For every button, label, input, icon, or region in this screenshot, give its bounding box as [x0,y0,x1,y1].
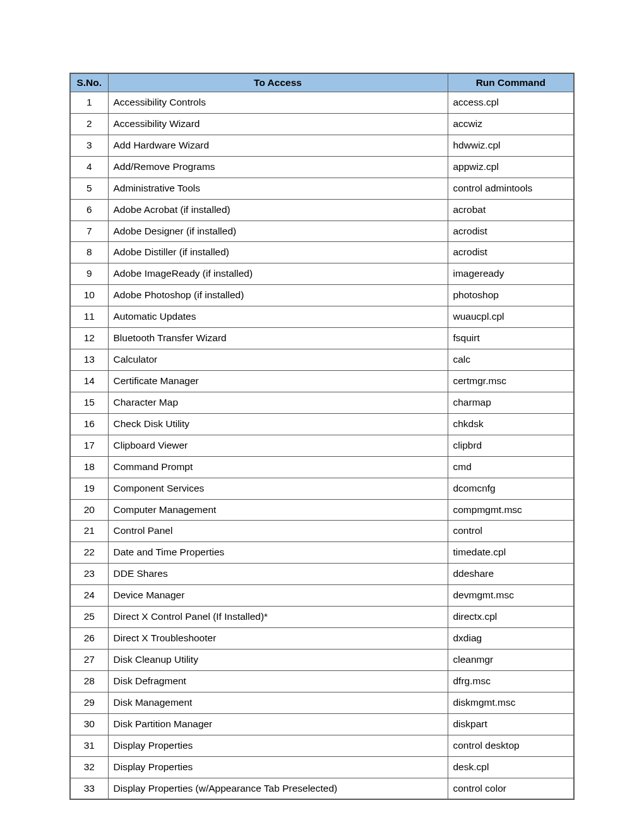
cell-access: Bluetooth Transfer Wizard [108,328,448,349]
cell-sno: 25 [70,607,108,628]
cell-cmd: devmgmt.msc [448,585,574,607]
table-row: 1Accessibility Controlsaccess.cpl [70,92,574,114]
cell-sno: 15 [70,392,108,413]
cell-cmd: acrodist [448,242,574,263]
cell-cmd: accwiz [448,113,574,135]
cell-sno: 8 [70,242,108,263]
cell-sno: 31 [70,735,108,756]
cell-access: Calculator [108,349,448,371]
cell-sno: 28 [70,670,108,692]
cell-cmd: clipbrd [448,435,574,456]
cell-cmd: diskpart [448,713,574,735]
cell-cmd: desk.cpl [448,756,574,778]
cell-access: Character Map [108,392,448,413]
cell-cmd: imageready [448,263,574,285]
cell-access: Adobe Acrobat (if installed) [108,199,448,221]
cell-access: Check Disk Utility [108,413,448,435]
cell-sno: 10 [70,285,108,306]
table-row: 16Check Disk Utilitychkdsk [70,413,574,435]
cell-access: Disk Cleanup Utility [108,649,448,670]
cell-cmd: ddeshare [448,564,574,585]
cell-sno: 13 [70,349,108,371]
cell-access: Direct X Troubleshooter [108,628,448,650]
table-row: 26Direct X Troubleshooterdxdiag [70,628,574,650]
cell-cmd: acrobat [448,199,574,221]
table-row: 30Disk Partition Managerdiskpart [70,713,574,735]
cell-access: Computer Management [108,499,448,521]
cell-access: Disk Management [108,692,448,713]
cell-access: Accessibility Controls [108,92,448,114]
table-row: 12Bluetooth Transfer Wizardfsquirt [70,328,574,349]
cell-access: Direct X Control Panel (If Installed)* [108,607,448,628]
cell-sno: 22 [70,542,108,564]
table-row: 10Adobe Photoshop (if installed)photosho… [70,285,574,306]
run-commands-table: S.No. To Access Run Command 1Accessibili… [69,73,575,800]
cell-access: Accessibility Wizard [108,113,448,135]
cell-sno: 16 [70,413,108,435]
table-header: S.No. To Access Run Command [70,73,574,92]
table-row: 21Control Panelcontrol [70,521,574,542]
table-row: 18Command Promptcmd [70,456,574,478]
cell-sno: 2 [70,113,108,135]
table-row: 31Display Propertiescontrol desktop [70,735,574,756]
cell-cmd: directx.cpl [448,607,574,628]
cell-cmd: cmd [448,456,574,478]
cell-access: Disk Defragment [108,670,448,692]
cell-sno: 32 [70,756,108,778]
cell-cmd: control desktop [448,735,574,756]
cell-sno: 26 [70,628,108,650]
cell-cmd: certmgr.msc [448,370,574,392]
cell-sno: 24 [70,585,108,607]
table-row: 32Display Propertiesdesk.cpl [70,756,574,778]
cell-sno: 11 [70,306,108,328]
table-row: 15Character Mapcharmap [70,392,574,413]
cell-access: Add/Remove Programs [108,156,448,178]
cell-sno: 29 [70,692,108,713]
cell-access: Display Properties [108,735,448,756]
cell-sno: 12 [70,328,108,349]
table-row: 11Automatic Updateswuaucpl.cpl [70,306,574,328]
cell-sno: 1 [70,92,108,114]
cell-cmd: dcomcnfg [448,478,574,499]
cell-access: Device Manager [108,585,448,607]
table-body: 1Accessibility Controlsaccess.cpl2Access… [70,92,574,800]
cell-sno: 14 [70,370,108,392]
cell-cmd: dxdiag [448,628,574,650]
cell-cmd: cleanmgr [448,649,574,670]
cell-sno: 23 [70,564,108,585]
table-row: 20Computer Managementcompmgmt.msc [70,499,574,521]
table-row: 7Adobe Designer (if installed)acrodist [70,221,574,242]
cell-access: Clipboard Viewer [108,435,448,456]
cell-sno: 17 [70,435,108,456]
table-row: 2Accessibility Wizardaccwiz [70,113,574,135]
cell-cmd: dfrg.msc [448,670,574,692]
table-row: 4Add/Remove Programsappwiz.cpl [70,156,574,178]
document-page: S.No. To Access Run Command 1Accessibili… [0,0,644,825]
table-row: 23DDE Sharesddeshare [70,564,574,585]
cell-sno: 18 [70,456,108,478]
cell-access: Display Properties [108,756,448,778]
cell-access: Adobe ImageReady (if installed) [108,263,448,285]
table-row: 28Disk Defragmentdfrg.msc [70,670,574,692]
cell-access: Certificate Manager [108,370,448,392]
cell-sno: 27 [70,649,108,670]
cell-sno: 33 [70,778,108,799]
cell-cmd: hdwwiz.cpl [448,135,574,156]
table-row: 17Clipboard Viewerclipbrd [70,435,574,456]
cell-cmd: compmgmt.msc [448,499,574,521]
table-row: 27Disk Cleanup Utilitycleanmgr [70,649,574,670]
table-row: 6Adobe Acrobat (if installed)acrobat [70,199,574,221]
cell-access: Adobe Designer (if installed) [108,221,448,242]
cell-sno: 30 [70,713,108,735]
table-row: 22Date and Time Propertiestimedate.cpl [70,542,574,564]
cell-cmd: diskmgmt.msc [448,692,574,713]
cell-cmd: chkdsk [448,413,574,435]
table-row: 13Calculatorcalc [70,349,574,371]
table-row: 33Display Properties (w/Appearance Tab P… [70,778,574,799]
cell-access: Date and Time Properties [108,542,448,564]
cell-access: Command Prompt [108,456,448,478]
cell-sno: 6 [70,199,108,221]
cell-sno: 7 [70,221,108,242]
header-sno: S.No. [70,73,108,92]
cell-access: Automatic Updates [108,306,448,328]
